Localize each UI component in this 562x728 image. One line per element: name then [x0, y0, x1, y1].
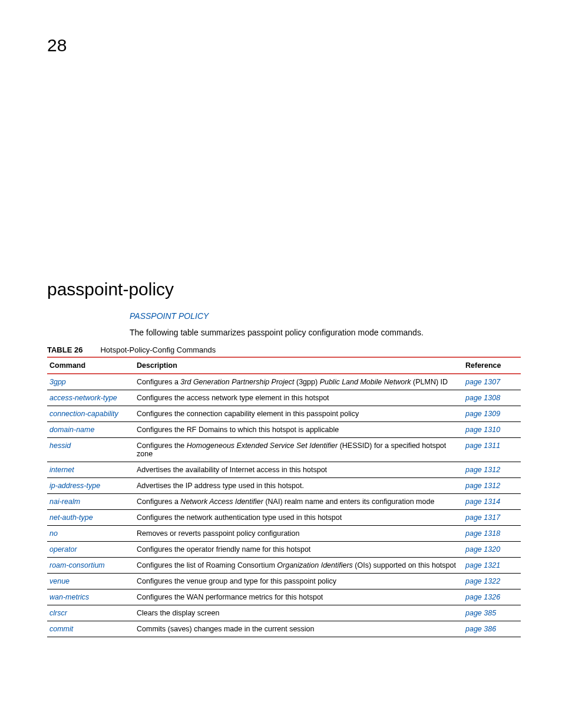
- description-cell: Configures a Network Access Identifier (…: [134, 494, 463, 510]
- table-row: internetAdvertises the availability of I…: [47, 462, 521, 478]
- table-row: hessidConfigures the Homogeneous Extende…: [47, 438, 521, 462]
- reference-link[interactable]: page 1312: [465, 466, 500, 474]
- commands-table: Command Description Reference 3gppConfig…: [47, 357, 521, 637]
- reference-link[interactable]: page 1321: [465, 561, 500, 569]
- table-row: operatorConfigures the operator friendly…: [47, 542, 521, 558]
- header-description: Description: [134, 357, 463, 374]
- reference-link[interactable]: page 1311: [465, 442, 500, 450]
- command-link[interactable]: wan-metrics: [49, 593, 89, 601]
- description-cell: Removes or reverts passpoint policy conf…: [134, 526, 463, 542]
- reference-link[interactable]: page 1310: [465, 426, 500, 434]
- description-cell: Configures the RF Domains to which this …: [134, 422, 463, 438]
- command-link[interactable]: nai-realm: [49, 498, 80, 506]
- table-row: nai-realmConfigures a Network Access Ide…: [47, 494, 521, 510]
- table-row: net-auth-typeConfigures the network auth…: [47, 510, 521, 526]
- command-link[interactable]: access-network-type: [49, 394, 117, 402]
- description-cell: Configures the access network type eleme…: [134, 390, 463, 406]
- command-link[interactable]: commit: [49, 625, 73, 633]
- description-cell: Configures a 3rd Generation Partnership …: [134, 374, 463, 390]
- table-row: wan-metricsConfigures the WAN performanc…: [47, 589, 521, 605]
- reference-link[interactable]: page 1308: [465, 394, 500, 402]
- description-cell: Configures the venue group and type for …: [134, 574, 463, 589]
- table-row: roam-consortiumConfigures the list of Ro…: [47, 558, 521, 574]
- description-cell: Configures the connection capability ele…: [134, 406, 463, 422]
- subtitle-link[interactable]: PASSPOINT POLICY: [130, 311, 521, 321]
- description-cell: Configures the WAN performance metrics f…: [134, 589, 463, 605]
- command-link[interactable]: operator: [49, 545, 77, 554]
- description-cell: Advertises the IP address type used in t…: [134, 478, 463, 494]
- table-row: connection-capabilityConfigures the conn…: [47, 406, 521, 422]
- description-cell: Clears the display screen: [134, 605, 463, 621]
- table-label: TABLE 26: [47, 345, 82, 354]
- description-cell: Configures the network authentication ty…: [134, 510, 463, 526]
- command-link[interactable]: 3gpp: [49, 378, 66, 386]
- reference-link[interactable]: page 1320: [465, 545, 500, 554]
- reference-link[interactable]: page 1307: [465, 378, 500, 386]
- intro-text: The following table summarizes passpoint…: [130, 328, 521, 337]
- reference-link[interactable]: page 1317: [465, 513, 500, 522]
- table-title: Hotspot-Policy-Config Commands: [100, 345, 216, 354]
- table-row: noRemoves or reverts passpoint policy co…: [47, 526, 521, 542]
- reference-link[interactable]: page 1322: [465, 577, 500, 585]
- reference-link[interactable]: page 1318: [465, 529, 500, 538]
- command-link[interactable]: internet: [49, 466, 74, 474]
- description-cell: Advertises the availability of Internet …: [134, 462, 463, 478]
- table-row: venueConfigures the venue group and type…: [47, 574, 521, 589]
- page-title: passpoint-policy: [47, 279, 521, 299]
- reference-link[interactable]: page 1326: [465, 593, 500, 601]
- reference-link[interactable]: page 385: [465, 609, 496, 617]
- command-link[interactable]: domain-name: [49, 426, 94, 434]
- table-row: ip-address-typeAdvertises the IP address…: [47, 478, 521, 494]
- command-link[interactable]: clrscr: [49, 609, 67, 617]
- command-link[interactable]: ip-address-type: [49, 482, 100, 490]
- table-row: commitCommits (saves) changes made in th…: [47, 621, 521, 637]
- header-reference: Reference: [463, 357, 521, 374]
- command-link[interactable]: venue: [49, 577, 70, 585]
- reference-link[interactable]: page 1309: [465, 410, 500, 418]
- reference-link[interactable]: page 1314: [465, 498, 500, 506]
- command-link[interactable]: no: [49, 529, 58, 538]
- header-command: Command: [47, 357, 134, 374]
- description-cell: Commits (saves) changes made in the curr…: [134, 621, 463, 637]
- description-cell: Configures the operator friendly name fo…: [134, 542, 463, 558]
- command-link[interactable]: hessid: [49, 442, 71, 450]
- table-row: access-network-typeConfigures the access…: [47, 390, 521, 406]
- table-row: 3gppConfigures a 3rd Generation Partners…: [47, 374, 521, 390]
- table-caption: TABLE 26Hotspot-Policy-Config Commands: [47, 345, 521, 354]
- reference-link[interactable]: page 386: [465, 625, 496, 633]
- command-link[interactable]: connection-capability: [49, 410, 118, 418]
- description-cell: Configures the Homogeneous Extended Serv…: [134, 438, 463, 462]
- table-row: domain-nameConfigures the RF Domains to …: [47, 422, 521, 438]
- command-link[interactable]: roam-consortium: [49, 561, 105, 569]
- reference-link[interactable]: page 1312: [465, 482, 500, 490]
- page-number: 28: [47, 35, 521, 55]
- table-row: clrscrClears the display screenpage 385: [47, 605, 521, 621]
- description-cell: Configures the list of Roaming Consortiu…: [134, 558, 463, 574]
- command-link[interactable]: net-auth-type: [49, 513, 93, 522]
